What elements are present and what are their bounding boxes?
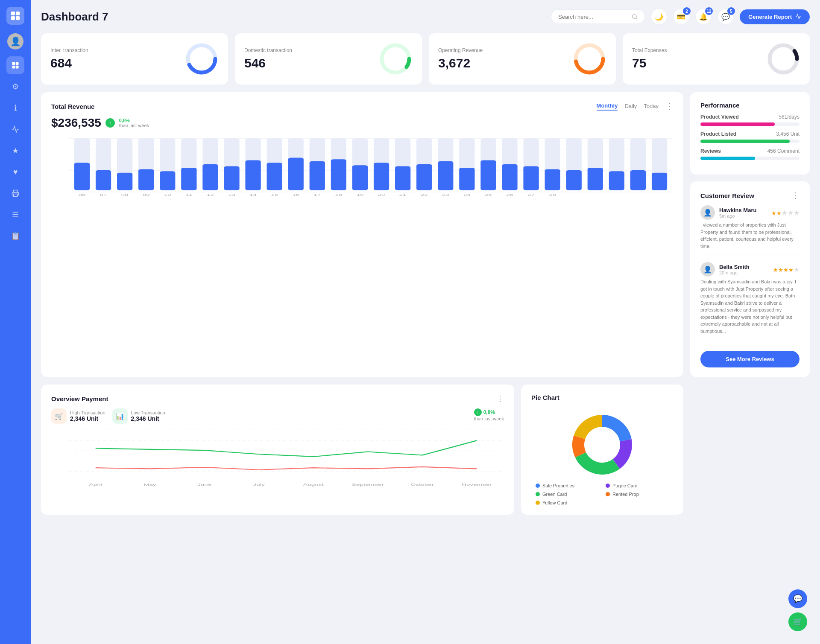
sidebar-item-analytics[interactable] (6, 120, 24, 138)
low-transaction-text: Low Transaction 2,346 Unit (131, 410, 165, 422)
sidebar-logo[interactable] (6, 7, 24, 25)
see-more-reviews-button[interactable]: See More Reviews (700, 351, 800, 367)
svg-text:11: 11 (185, 192, 192, 196)
revenue-card-header: Total Revenue MonthlyDailyToday⋮ (51, 102, 673, 111)
payment-title: Overview Payment (51, 395, 108, 402)
pie-label-1: Purple Card (612, 483, 638, 488)
stat-value-3: 75 (632, 56, 667, 70)
revenue-tab-monthly[interactable]: Monthly (597, 102, 618, 111)
cart-float-btn[interactable]: 🛒 (788, 612, 807, 631)
review-title: Customer Review (700, 192, 754, 199)
chart-icon (795, 14, 801, 20)
progress-bar-1 (700, 140, 800, 143)
sidebar: 👤 ⚙ ℹ ★ ♥ ☰ 📋 (0, 0, 31, 644)
revenue-tab-daily[interactable]: Daily (624, 103, 637, 110)
svg-rect-3 (16, 16, 20, 20)
svg-text:27: 27 (527, 192, 534, 196)
pie-legend: Sale Properties Purple Card Green Card R… (531, 483, 673, 505)
svg-rect-61 (288, 158, 304, 190)
floating-buttons: 💬 🛒 (788, 589, 807, 631)
svg-text:23: 23 (442, 192, 449, 196)
stat-card-0: Inter. transaction 684 (41, 33, 228, 85)
sidebar-item-liked[interactable]: ♥ (6, 163, 24, 181)
search-box[interactable] (551, 9, 645, 24)
svg-rect-73 (374, 163, 389, 190)
metric-name-1: Product Listed (700, 131, 736, 137)
user-avatar[interactable]: 👤 (7, 33, 23, 50)
svg-rect-70 (352, 165, 368, 190)
chat-btn[interactable]: 💬 5 (718, 9, 734, 25)
svg-rect-64 (310, 161, 325, 190)
header-actions: 🌙 💳 2 🔔 12 💬 5 Generate Report (551, 9, 810, 25)
sidebar-item-print[interactable] (6, 184, 24, 202)
svg-rect-88 (480, 160, 496, 190)
pie-dot-3 (606, 492, 610, 496)
right-panel: Performance Product Viewed 561/days Prod… (690, 92, 810, 377)
metric-item-1: Product Listed 3,456 Unit (700, 131, 800, 143)
reviewer-row-1: 👤 Bella Smith 20m ago ★★★★★ (700, 262, 800, 277)
revenue-more-btn[interactable]: ⋮ (665, 102, 673, 111)
metric-value-0: 561/days (779, 114, 800, 120)
svg-rect-6 (12, 66, 15, 69)
high-transaction-icon: 🛒 (51, 408, 67, 424)
svg-text:October: October (411, 483, 434, 487)
pie-dot-1 (606, 484, 610, 488)
pie-legend-item-0: Sale Properties (536, 483, 599, 488)
svg-point-9 (633, 15, 636, 18)
revenue-bar-chart: 1000k800k600k400k200k0k06070809101112131… (51, 137, 673, 213)
metrics-title: Performance (700, 102, 740, 109)
progress-fill-1 (700, 140, 790, 143)
main-content: Dashboard 7 🌙 💳 2 🔔 12 💬 5 Generate Repo… (31, 0, 820, 644)
search-input[interactable] (558, 14, 628, 20)
pie-dot-2 (536, 492, 540, 496)
sidebar-item-menu[interactable]: ☰ (6, 206, 24, 224)
pie-card-header: Pie Chart (531, 394, 673, 401)
reviewer-time-0: 5m ago (719, 213, 756, 219)
svg-rect-8 (14, 194, 18, 197)
svg-rect-5 (16, 62, 19, 65)
pie-legend-item-1: Purple Card (606, 483, 669, 488)
revenue-tab-today[interactable]: Today (644, 103, 659, 110)
bottom-row: Overview Payment ⋮ 🛒 High Transaction 2,… (41, 385, 810, 515)
progress-bar-2 (700, 157, 800, 160)
bar-chart-svg: 1000k800k600k400k200k0k06070809101112131… (68, 137, 673, 203)
svg-text:August: August (303, 483, 324, 487)
svg-text:April: April (89, 483, 102, 487)
svg-text:25: 25 (485, 192, 492, 196)
review-text-0: I viewed a number of properties with Jus… (700, 221, 800, 250)
support-float-btn[interactable]: 💬 (788, 589, 807, 608)
sidebar-item-reports[interactable]: 📋 (6, 227, 24, 245)
svg-rect-55 (245, 160, 261, 190)
stat-card-2: Operating Revenue 3,672 (429, 33, 616, 85)
reviewer-info-0: Hawkins Maru 5m ago (719, 207, 756, 219)
svg-rect-40 (138, 169, 154, 190)
svg-rect-94 (523, 166, 539, 190)
sidebar-item-favorites[interactable]: ★ (6, 142, 24, 160)
metric-value-1: 3,456 Unit (776, 131, 800, 137)
sidebar-item-info[interactable]: ℹ (6, 99, 24, 117)
theme-toggle-btn[interactable]: 🌙 (651, 9, 667, 25)
change-arrow-icon: ↑ (105, 118, 115, 128)
review-item-1: 👤 Bella Smith 20m ago ★★★★★ Dealing with… (700, 262, 800, 341)
notification-btn[interactable]: 🔔 12 (695, 9, 712, 25)
sidebar-item-settings[interactable]: ⚙ (6, 78, 24, 96)
stats-row: Inter. transaction 684 Domestic transact… (41, 33, 810, 85)
wallet-btn[interactable]: 💳 2 (673, 9, 689, 25)
reviewer-row-0: 👤 Hawkins Maru 5m ago ★★★★★ (700, 205, 800, 220)
metrics-card: Performance Product Viewed 561/days Prod… (690, 92, 810, 175)
metric-name-0: Product Viewed (700, 114, 739, 120)
revenue-tabs: MonthlyDailyToday⋮ (597, 102, 673, 111)
page-title: Dashboard 7 (41, 10, 108, 23)
svg-rect-58 (267, 163, 282, 190)
metric-value-2: 456 Comment (767, 148, 800, 154)
sidebar-item-dashboard[interactable] (6, 56, 24, 74)
generate-report-button[interactable]: Generate Report (740, 9, 810, 24)
reviewer-stars-0: ★★★★★ (771, 209, 800, 217)
stat-info-2: Operating Revenue 3,672 (438, 47, 483, 70)
svg-rect-85 (459, 168, 474, 190)
svg-text:24: 24 (463, 192, 471, 196)
review-more-icon[interactable]: ⋮ (792, 191, 800, 200)
svg-text:10: 10 (164, 192, 171, 196)
high-transaction-legend: 🛒 High Transaction 2,346 Unit (51, 408, 105, 424)
payment-more-btn[interactable]: ⋮ (496, 394, 504, 403)
